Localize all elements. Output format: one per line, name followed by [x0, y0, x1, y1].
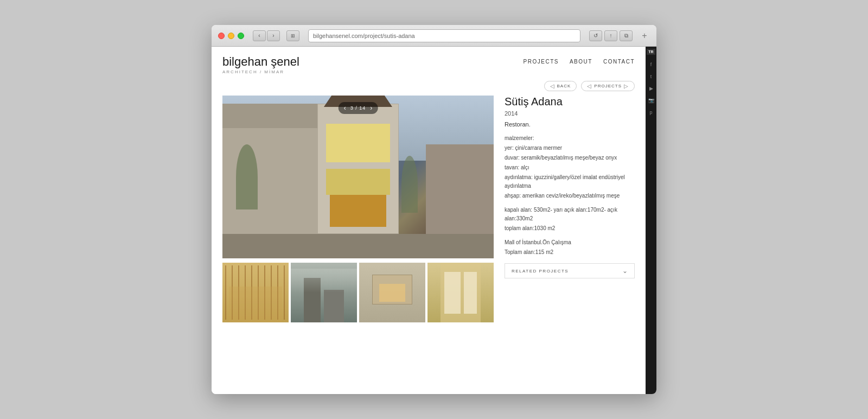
nav-projects[interactable]: PROJECTS	[524, 59, 559, 65]
upper-window	[326, 124, 390, 162]
thumb-4-panel1	[444, 272, 461, 314]
site-nav: PROJECTS ABOUT CONTACT	[524, 55, 635, 65]
project-type: Restoran.	[505, 121, 635, 128]
address-bar[interactable]: bilgehansenel.com/project/sutis-adana	[308, 29, 580, 42]
projects-pill-label: PROJECTS	[594, 84, 622, 88]
thumbnail-1[interactable]	[222, 263, 289, 322]
add-tab-button[interactable]: +	[639, 30, 650, 41]
detail-duvar: duvar: seramik/beyazlatılmış meşe/beyaz …	[505, 154, 635, 162]
project-nav: ◁ BACK ◁ PROJECTS ▷	[222, 79, 635, 91]
back-button[interactable]: ‹	[253, 30, 266, 41]
website-content: bilgehan şenel ARCHITECH / MİMAR PROJECT…	[212, 47, 656, 394]
browser-titlebar: ‹ › ⊞ bilgehansenel.com/project/sutis-ad…	[212, 25, 656, 47]
close-button[interactable]	[218, 33, 225, 39]
share-button[interactable]: ↑	[604, 30, 617, 41]
main-site: bilgehan şenel ARCHITECH / MİMAR PROJECT…	[212, 47, 646, 394]
thumbnail-2[interactable]	[291, 263, 357, 322]
address-text: bilgehansenel.com/project/sutis-adana	[313, 33, 415, 39]
tree-2	[401, 156, 418, 213]
related-label: RELATED PROJECTS	[512, 269, 569, 274]
project-year: 2014	[505, 110, 635, 117]
detail-ahsap: ahşap: amerikan ceviz/ireko/beyazlatılmı…	[505, 192, 635, 200]
thumbnail-4[interactable]	[427, 263, 494, 322]
reader-view-button[interactable]: ⊞	[286, 30, 299, 41]
minimize-button[interactable]	[228, 33, 234, 39]
materials-section: malzemeler: yer: çini/carrara mermer duv…	[505, 134, 635, 200]
mall-info: Mall of İstanbul.Ön Çalışma	[505, 238, 635, 247]
counter-text: 3 / 14	[350, 105, 366, 111]
reload-button[interactable]: ↺	[589, 30, 602, 41]
duplicate-button[interactable]: ⧉	[620, 30, 633, 41]
logo-text: bilgehan şenel	[222, 55, 299, 68]
thumbnails-row	[222, 263, 494, 322]
back-pill[interactable]: ◁ BACK	[544, 81, 577, 91]
project-title: Sütiş Adana	[505, 96, 635, 108]
browser-window: ‹ › ⊞ bilgehansenel.com/project/sutis-ad…	[212, 25, 656, 394]
image-section: ‹ 3 / 14 ›	[222, 96, 494, 394]
nav-about[interactable]: ABOUT	[570, 59, 592, 65]
ground	[222, 234, 494, 258]
detail-tavan: tavan: alçı	[505, 163, 635, 172]
toolbar-right: ↺ ↑ ⧉	[589, 30, 633, 41]
thumb-2-sky	[291, 269, 357, 293]
next-image-button[interactable]: ›	[370, 104, 372, 112]
related-projects-button[interactable]: RELATED PROJECTS ⌄	[505, 263, 635, 278]
fullscreen-button[interactable]	[238, 33, 244, 39]
project-content: ‹ 3 / 14 ›	[222, 96, 635, 394]
related-arrow-icon: ⌄	[622, 267, 628, 275]
site-header: bilgehan şenel ARCHITECH / MİMAR PROJECT…	[212, 47, 646, 79]
site-logo: bilgehan şenel ARCHITECH / MİMAR	[222, 55, 299, 74]
mid-window	[326, 169, 390, 195]
tree-1	[236, 144, 258, 210]
facebook-icon[interactable]: f	[647, 60, 655, 69]
image-counter: ‹ 3 / 14 ›	[339, 102, 378, 114]
detail-yer: yer: çini/carrara mermer	[505, 144, 635, 153]
main-image-bg	[222, 96, 494, 258]
projects-pill[interactable]: ◁ PROJECTS ▷	[581, 81, 635, 91]
mall-section: Mall of İstanbul.Ön Çalışma Toplam alan:…	[505, 238, 635, 257]
browser-nav-buttons: ‹ ›	[253, 30, 280, 41]
area-section: kapalı alan: 530m2- yarı açık alan:170m2…	[505, 206, 635, 233]
total-area-2: Toplam alan:115 m2	[505, 248, 635, 257]
language-toggle[interactable]: TR	[647, 49, 655, 55]
ground-window	[330, 195, 386, 227]
project-details: malzemeler: yer: çini/carrara mermer duv…	[505, 134, 635, 257]
total-area-1: toplam alan:1030 m2	[505, 224, 635, 233]
logo-subtitle: ARCHITECH / MİMAR	[222, 69, 299, 74]
back-pill-icon: ◁	[550, 83, 555, 89]
twitter-icon[interactable]: t	[647, 72, 655, 81]
forward-button[interactable]: ›	[267, 30, 280, 41]
right-building	[426, 144, 494, 234]
back-pill-label: BACK	[557, 84, 571, 88]
left-building-top	[222, 104, 326, 128]
area-info: kapalı alan: 530m2- yarı açık alan:170m2…	[505, 206, 635, 223]
nav-contact[interactable]: CONTACT	[603, 59, 635, 65]
prev-image-button[interactable]: ‹	[344, 104, 346, 112]
projects-pill-icon: ◁	[587, 83, 592, 89]
youtube-icon[interactable]: ▶	[647, 84, 655, 93]
instagram-icon[interactable]: 📷	[647, 96, 655, 105]
detail-aydinlatma: aydınlatma: iguzzini/gallery/özel imalat…	[505, 173, 635, 191]
details-header: malzemeler:	[505, 134, 635, 143]
thumb-4-panel2	[464, 272, 477, 314]
main-image: ‹ 3 / 14 ›	[222, 96, 494, 258]
traffic-lights	[218, 33, 244, 39]
projects-pill-icon-right: ▷	[624, 83, 629, 89]
thumbnail-3[interactable]	[359, 263, 425, 322]
pinterest-icon[interactable]: p	[647, 108, 655, 117]
thumb-1-hanging	[229, 287, 282, 322]
content-area: ◁ BACK ◁ PROJECTS ▷	[212, 79, 646, 394]
thumb-2-building2	[324, 290, 344, 323]
social-sidebar: TR f t ▶ 📷 p	[646, 47, 656, 394]
project-info: Sütiş Adana 2014 Restoran. malzemeler: y…	[502, 96, 635, 394]
center-building	[317, 104, 399, 234]
thumb-3-glow	[379, 284, 406, 302]
